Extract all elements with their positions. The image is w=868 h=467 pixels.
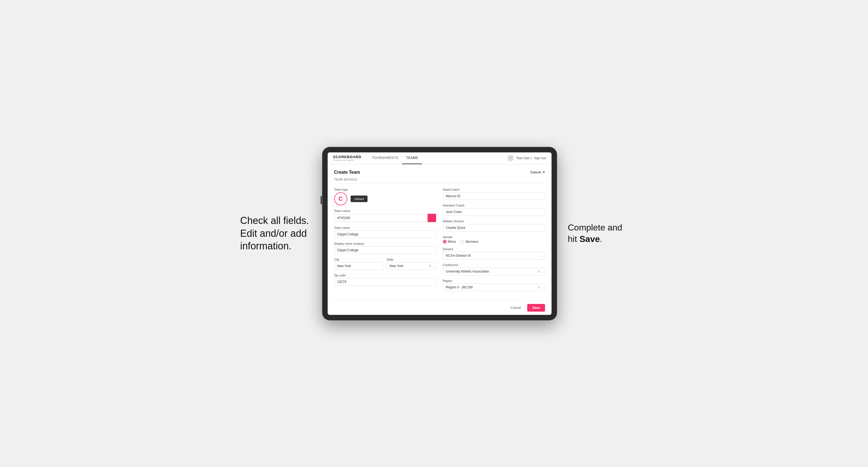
region-select-wrapper: Region II - (M) DIII ✕ ⌄ [443, 283, 545, 291]
gender-row: Mens Womens [443, 240, 545, 244]
section-header: TEAM DETAILS [334, 176, 545, 184]
logo-area: SCOREBOARD Powered by clippd [333, 155, 362, 161]
team-logo-group: Team logo C Upload [334, 188, 436, 206]
team-colour-label: Team colour [334, 209, 436, 213]
upload-button[interactable]: Upload [350, 195, 368, 202]
form-col-right: Head Coach Assistant Coach Athletic Dire… [443, 188, 545, 295]
gender-label: Gender [443, 236, 545, 239]
city-state-row: City State New York ✕ ⌄ [334, 258, 436, 270]
team-name-input[interactable] [334, 230, 436, 238]
display-name-label: Display name (unique) [334, 242, 436, 245]
state-select-wrapper: New York ✕ ⌄ [386, 262, 436, 270]
color-field-wrapper [334, 214, 436, 222]
nav-links: TOURNAMENTS TEAMS [368, 152, 507, 164]
gender-mens-radio[interactable] [443, 240, 447, 244]
team-colour-input[interactable] [334, 214, 428, 222]
zip-label: Zip code [334, 274, 436, 277]
user-avatar: T [507, 155, 514, 161]
division-select-wrapper: NCAA Division III ⌄ [443, 252, 545, 259]
city-input[interactable] [334, 262, 384, 270]
team-colour-group: Team colour [334, 209, 436, 222]
logo-main: SCOREBOARD [333, 155, 362, 159]
state-field-group: State New York ✕ ⌄ [386, 258, 436, 270]
head-coach-group: Head Coach [443, 188, 545, 200]
annotation-left: Check all fields. Edit and/or add inform… [240, 214, 311, 253]
region-label: Region [443, 279, 545, 282]
gender-mens-dot [444, 241, 445, 243]
head-coach-input[interactable] [443, 192, 545, 200]
team-logo-label: Team logo [334, 188, 436, 191]
conference-label: Conference [443, 263, 545, 267]
form-col-left: Team logo C Upload Team colour [334, 188, 436, 295]
gender-mens-label: Mens [448, 240, 456, 244]
region-clear-icon[interactable]: ✕ [538, 285, 540, 289]
gender-group: Gender Mens Womens [443, 236, 545, 244]
conference-select-wrapper: University Athletic Association ✕ ⌄ [443, 268, 545, 275]
navbar: SCOREBOARD Powered by clippd TOURNAMENTS… [328, 152, 552, 164]
team-logo-letter: C [339, 195, 343, 203]
city-label: City [334, 258, 384, 261]
nav-tournaments[interactable]: TOURNAMENTS [368, 152, 402, 164]
user-label: Test User | [516, 156, 532, 160]
close-icon: ✕ [542, 170, 545, 174]
athletic-director-input[interactable] [443, 224, 545, 231]
gender-womens-label: Womens [466, 240, 478, 244]
assistant-coach-group: Assistant Coach [443, 204, 545, 216]
cancel-button[interactable]: Cancel [507, 304, 525, 312]
annotation-right: Complete and hit Save. [568, 222, 628, 245]
head-coach-label: Head Coach [443, 188, 545, 191]
assistant-coach-label: Assistant Coach [443, 204, 545, 207]
nav-right: T Test User | Sign out [507, 155, 546, 161]
zip-group: Zip code [334, 274, 436, 286]
zip-input[interactable] [334, 278, 436, 286]
gender-womens-option[interactable]: Womens [460, 240, 478, 244]
tablet-screen: SCOREBOARD Powered by clippd TOURNAMENTS… [328, 152, 552, 315]
annotation-right-text2: . [600, 234, 602, 244]
display-name-input[interactable] [334, 246, 436, 254]
page-wrapper: Check all fields. Edit and/or add inform… [11, 147, 857, 320]
form-title: Create Team Cancel ✕ [334, 170, 545, 175]
nav-teams[interactable]: TEAMS [402, 152, 422, 164]
form-columns: Team logo C Upload Team colour [334, 188, 545, 295]
form-title-text: Create Team [334, 170, 360, 175]
display-name-group: Display name (unique) [334, 242, 436, 254]
cancel-label: Cancel [530, 170, 541, 174]
state-clear-icon[interactable]: ✕ [429, 264, 431, 268]
assistant-coach-input[interactable] [443, 208, 545, 216]
annotation-left-sub: Edit and/or add information. [240, 228, 307, 252]
conference-group: Conference University Athletic Associati… [443, 263, 545, 275]
division-select[interactable]: NCAA Division III [443, 252, 545, 259]
logo-sub: Powered by clippd [333, 159, 362, 161]
gender-mens-option[interactable]: Mens [443, 240, 456, 244]
form-footer: Cancel Save [328, 301, 552, 315]
tablet-frame: SCOREBOARD Powered by clippd TOURNAMENTS… [322, 147, 557, 320]
save-button[interactable]: Save [527, 304, 545, 312]
division-label: Division [443, 247, 545, 251]
color-swatch[interactable] [428, 214, 436, 222]
team-name-label: Team name [334, 226, 436, 229]
athletic-director-group: Athletic Director [443, 220, 545, 231]
team-name-group: Team name [334, 226, 436, 238]
annotation-right-bold: Save [579, 234, 600, 244]
region-group: Region Region II - (M) DIII ✕ ⌄ [443, 279, 545, 291]
city-field-group: City [334, 258, 384, 270]
team-logo-circle: C [334, 192, 347, 206]
cancel-x-button[interactable]: Cancel ✕ [530, 170, 545, 174]
athletic-director-label: Athletic Director [443, 220, 545, 223]
conference-clear-icon[interactable]: ✕ [538, 270, 540, 273]
region-select[interactable]: Region II - (M) DIII [443, 283, 545, 291]
form-container: Create Team Cancel ✕ TEAM DETAILS Team l… [328, 164, 552, 301]
gender-womens-radio[interactable] [460, 240, 464, 244]
division-group: Division NCAA Division III ⌄ [443, 247, 545, 259]
sign-out-link[interactable]: Sign out [534, 156, 546, 160]
conference-select[interactable]: University Athletic Association [443, 268, 545, 275]
annotation-left-title: Check all fields. [240, 215, 309, 226]
state-label: State [386, 258, 436, 261]
logo-upload-area: C Upload [334, 192, 436, 206]
